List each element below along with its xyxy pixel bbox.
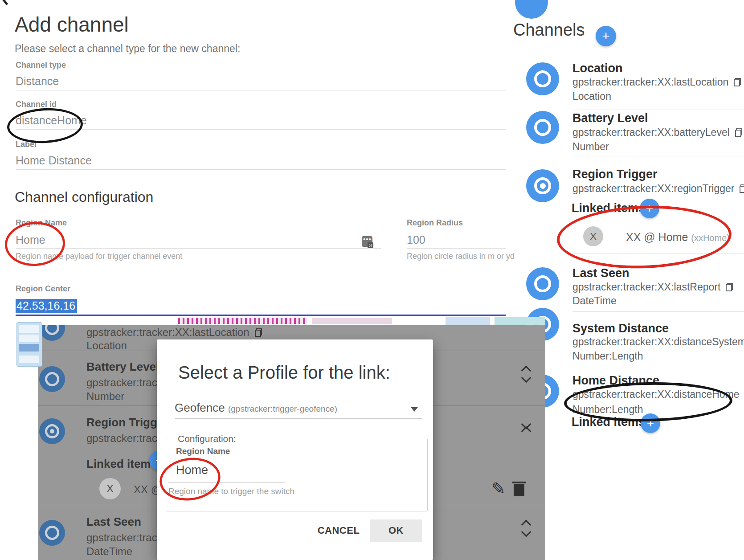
channel-uid: gpstracker:tracker:XX:lastLocation xyxy=(86,326,249,339)
channel-icon-trigger xyxy=(526,169,559,202)
background-page-fragment xyxy=(446,317,490,325)
channel-uid: gpstracker:tracker:XX:batteryLevel xyxy=(572,127,730,139)
copy-icon[interactable] xyxy=(255,328,262,337)
add-linked-item-button[interactable]: + xyxy=(641,413,660,433)
channel-title: System Distance xyxy=(572,322,669,335)
unfold-less-icon[interactable] xyxy=(520,420,532,437)
region-name-hint: Region name to trigger the switch xyxy=(168,486,294,496)
channel-uid-row: gpstracker:tracker:XX:lastReport xyxy=(572,281,733,293)
profile-dialog: Select a Profile for the link: Geofence … xyxy=(157,339,433,560)
region-center-input[interactable]: 42.53,16.16 xyxy=(16,299,77,312)
unfold-more-icon[interactable] xyxy=(520,520,532,537)
cancel-button[interactable]: CANCEL xyxy=(314,519,364,542)
copy-icon[interactable] xyxy=(735,128,742,137)
plus-icon: + xyxy=(602,29,610,44)
page-subtitle: Please select a channel type for the new… xyxy=(15,43,240,55)
divider xyxy=(175,418,422,419)
copy-icon[interactable] xyxy=(726,283,733,291)
channel-icon-state xyxy=(526,111,559,144)
chevron-down-icon[interactable] xyxy=(411,407,418,412)
pencil-icon[interactable]: ✎ xyxy=(491,480,506,497)
channel-uid-row: gpstracker:tracker:XX:lastLocation xyxy=(86,326,262,339)
channel-type: Number:Length xyxy=(572,404,643,416)
section-title-channel-configuration: Channel configuration xyxy=(15,189,153,205)
channel-icon-state xyxy=(526,267,559,300)
channel-title: Location xyxy=(572,61,623,75)
region-name-hint: Region name payload for trigger channel … xyxy=(16,252,182,261)
dialog-title: Select a Profile for the link: xyxy=(178,363,390,383)
autofill-popup[interactable] xyxy=(16,322,42,367)
trash-icon[interactable] xyxy=(512,480,526,497)
region-name-input[interactable]: Home xyxy=(176,463,208,477)
copy-icon[interactable] xyxy=(740,184,744,193)
linked-item-name: XX @ Home xyxy=(626,231,688,243)
channel-type-label: Channel type xyxy=(16,61,66,70)
autofill-popup-row[interactable] xyxy=(19,335,39,342)
channel-uid-row: gpstracker:tracker:XX:lastLocation xyxy=(572,76,741,88)
channel-title: Home Distance xyxy=(572,374,659,388)
autofill-extension-icon[interactable]: ••• 3 xyxy=(362,236,372,247)
channel-icon-state xyxy=(39,325,65,341)
channel-uid: gpstracker:tracker:XX:lastReport xyxy=(572,281,720,293)
linked-items-heading: Linked items xyxy=(572,201,645,215)
channel-id-label: Channel id xyxy=(16,100,57,109)
region-center-label: Region Center xyxy=(16,284,70,294)
ok-button[interactable]: OK xyxy=(370,519,422,542)
channel-title: Last Seen xyxy=(572,266,630,280)
autofill-popup-row[interactable] xyxy=(19,356,39,363)
page-title: Add channel xyxy=(15,12,129,37)
plus-icon: + xyxy=(646,201,653,216)
avatar-letter: X xyxy=(590,231,597,242)
region-radius-label: Region Radius xyxy=(407,218,463,228)
channel-id-input[interactable]: distanceHome xyxy=(16,114,87,127)
profile-select-detail: (gpstracker:trigger-geofence) xyxy=(228,404,337,413)
channel-uid-row: gpstracker:tracker:XX:distanceSystem xyxy=(572,336,744,348)
channel-uid: gpstracker:tracker:XX:distanceSystem xyxy=(572,336,744,348)
copy-icon[interactable] xyxy=(734,78,741,86)
linked-item-avatar: X xyxy=(99,478,121,499)
profile-select[interactable]: Geofence (gpstracker:trigger-geofence) xyxy=(175,401,337,415)
channel-title: Battery Level xyxy=(86,360,159,374)
region-radius-input[interactable]: 100 xyxy=(407,233,425,246)
channels-panel-title: Channels xyxy=(513,20,585,40)
channel-title: Last Seen xyxy=(86,515,141,529)
selected-text: 42.53,16.16 xyxy=(16,299,77,313)
avatar-letter: X xyxy=(106,482,114,495)
add-linked-item-button[interactable]: + xyxy=(640,199,659,218)
divider xyxy=(572,253,744,254)
divider xyxy=(16,248,381,249)
plus-icon: + xyxy=(647,416,654,430)
pen-stroke-artifact xyxy=(0,0,8,5)
autofill-badge: 3 xyxy=(368,242,373,248)
channel-type: Location xyxy=(86,339,127,352)
divider xyxy=(572,156,744,156)
channel-title: Region Trigger xyxy=(86,416,168,429)
divider xyxy=(572,362,744,362)
divider xyxy=(16,129,506,130)
screenshot-canvas: Add channel Please select a channel type… xyxy=(0,0,744,560)
region-name-input[interactable]: Home xyxy=(16,233,45,246)
linked-item-avatar: X xyxy=(583,226,603,246)
channel-uid-row: gpstracker:tracker:XX:batteryLevel xyxy=(572,127,742,139)
channel-icon-state xyxy=(39,520,65,546)
divider xyxy=(572,110,744,110)
add-channel-button[interactable]: + xyxy=(596,26,616,46)
channel-type-input[interactable]: Distance xyxy=(16,75,59,88)
linked-item-row[interactable]: XX @ Home (xxHome) xyxy=(626,231,730,244)
divider xyxy=(16,90,506,90)
autofill-popup-row[interactable] xyxy=(19,325,39,333)
channel-type: Number xyxy=(86,390,124,403)
autofill-popup-row-highlighted[interactable] xyxy=(19,344,39,352)
linked-item-detail: (xxHome) xyxy=(691,233,730,243)
profile-select-value: Geofence xyxy=(175,401,225,414)
divider xyxy=(16,169,506,170)
focused-field-underline xyxy=(16,315,506,316)
channel-uid: gpstracker:tracker:XX:distanceHome xyxy=(572,388,740,401)
background-page-fragment xyxy=(495,317,545,325)
channel-type: DateTime xyxy=(572,295,617,307)
label-input[interactable]: Home Distance xyxy=(16,154,92,167)
channel-icon-state xyxy=(39,366,65,392)
unfold-more-icon[interactable] xyxy=(520,366,532,383)
fieldset-legend: Configuration: xyxy=(175,433,239,444)
linked-items-heading: Linked items xyxy=(86,457,157,471)
